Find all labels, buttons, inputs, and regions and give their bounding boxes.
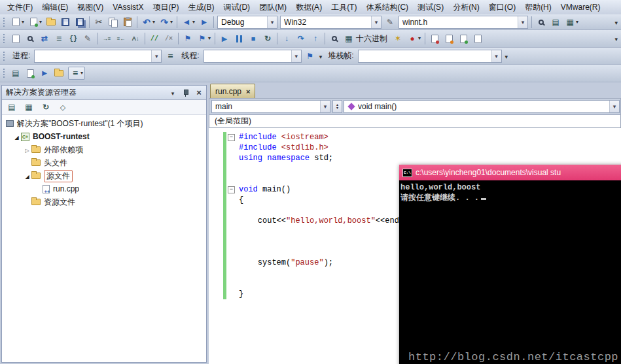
toolbar-grip[interactable] — [3, 68, 6, 78]
copy-button[interactable] — [107, 16, 120, 28]
outdent-button[interactable] — [115, 33, 128, 44]
search-combo[interactable]: winnt.h — [399, 16, 528, 29]
menu-item-10[interactable]: 体系结构(C) — [361, 0, 413, 15]
indent-button[interactable] — [100, 33, 113, 44]
toolbar-overflow-button[interactable] — [613, 33, 619, 44]
step-into-button[interactable] — [280, 33, 293, 44]
immediate-window-button[interactable] — [428, 33, 441, 44]
tree-item-project[interactable]: BOOST-runtest — [2, 130, 206, 143]
comment-button[interactable] — [148, 33, 161, 44]
menu-item-15[interactable]: VMware(R) — [556, 1, 605, 14]
va-refactor-button[interactable] — [67, 33, 80, 44]
show-all-files-button[interactable] — [22, 101, 35, 113]
new-project-button[interactable] — [9, 16, 26, 28]
va-list-methods-button[interactable] — [52, 33, 65, 44]
uncomment-button[interactable] — [162, 33, 175, 44]
close-panel-button[interactable] — [194, 88, 204, 97]
menu-item-1[interactable]: 编辑(E) — [37, 0, 73, 15]
members-dropdown[interactable]: void main() — [344, 100, 620, 113]
solution-configuration-combo[interactable]: Debug — [217, 16, 277, 29]
auto-hide-pin-button[interactable] — [181, 88, 190, 97]
menu-item-3[interactable]: VAssistX — [108, 1, 148, 14]
wand-button[interactable] — [391, 33, 404, 44]
menu-item-8[interactable]: 数据(A) — [291, 0, 327, 15]
cut-button[interactable] — [92, 16, 105, 28]
tree-item-external-deps[interactable]: 外部依赖项 — [2, 143, 206, 156]
view-class-diagram-button[interactable] — [56, 101, 69, 113]
va-outline-button[interactable] — [68, 67, 85, 80]
window-position-button[interactable] — [168, 88, 177, 97]
open-file-button[interactable] — [44, 16, 58, 28]
start-debugging-button[interactable] — [218, 33, 231, 44]
toggle-bookmark-button[interactable] — [181, 33, 194, 44]
menu-item-6[interactable]: 调试(D) — [219, 0, 255, 15]
console-titlebar[interactable]: c:\users\yincheng01\documents\visual stu — [399, 165, 621, 180]
expand-arrow-icon[interactable] — [23, 171, 31, 180]
types-dropdown[interactable]: main — [211, 100, 330, 113]
breakpoints-window-button[interactable] — [442, 33, 455, 44]
tree-item-run-cpp[interactable]: run.cpp — [2, 182, 206, 195]
thread-combo[interactable] — [204, 50, 302, 63]
output-window-button[interactable] — [457, 33, 470, 44]
sort-button[interactable] — [129, 33, 142, 44]
step-over-button[interactable] — [294, 33, 308, 44]
tree-item-source-folder[interactable]: 源文件 — [2, 169, 206, 182]
tree-item-solution[interactable]: 解决方案"BOOST-runtest"(1 个项目) — [2, 117, 206, 130]
find-button[interactable] — [535, 16, 548, 28]
paste-button[interactable] — [121, 16, 134, 28]
va-goto-button[interactable] — [38, 33, 51, 44]
process-combo[interactable] — [34, 50, 162, 63]
menu-item-2[interactable]: 视图(V) — [73, 0, 108, 15]
toolbar-grip[interactable] — [3, 33, 6, 44]
toolbar-overflow-button[interactable] — [613, 17, 619, 27]
toolbar-grip[interactable] — [3, 51, 6, 61]
next-bookmark-button[interactable] — [196, 33, 212, 44]
close-tab-icon[interactable] — [246, 87, 250, 96]
fold-collapse-icon[interactable] — [226, 184, 236, 195]
solution-platform-combo[interactable]: Win32 — [280, 16, 381, 29]
find-in-files-button[interactable] — [383, 16, 397, 28]
pending-changes-button[interactable] — [38, 67, 51, 79]
toolbar-overflow-button[interactable] — [504, 51, 510, 61]
undo-button[interactable] — [140, 16, 156, 28]
toolbar-grip[interactable] — [3, 17, 6, 27]
tree-item-header-folder[interactable]: 头文件 — [2, 156, 206, 169]
menu-item-7[interactable]: 团队(M) — [255, 0, 291, 15]
tree-item-resource-folder[interactable]: 资源文件 — [2, 195, 206, 208]
menu-item-11[interactable]: 测试(S) — [413, 0, 448, 15]
properties-button[interactable] — [563, 16, 580, 28]
menu-item-4[interactable]: 项目(P) — [148, 0, 183, 15]
collapse-arrow-icon[interactable] — [23, 145, 31, 154]
save-button[interactable] — [59, 16, 72, 28]
watch-window-button[interactable] — [471, 33, 484, 44]
fold-collapse-icon[interactable] — [226, 132, 236, 142]
menu-item-9[interactable]: 工具(T) — [327, 0, 361, 15]
thread-list-button[interactable] — [164, 50, 177, 62]
show-flagged-button[interactable] — [318, 51, 324, 61]
menu-item-0[interactable]: 文件(F) — [3, 0, 37, 15]
tab-run-cpp[interactable]: run.cpp — [210, 84, 255, 98]
save-all-button[interactable] — [73, 16, 86, 28]
solution-explorer-titlebar[interactable]: 解决方案资源管理器 — [2, 86, 206, 100]
menu-item-12[interactable]: 分析(N) — [448, 0, 484, 15]
team-explorer-button[interactable] — [24, 67, 37, 79]
add-item-button[interactable] — [27, 16, 43, 28]
solution-explorer-window-button[interactable] — [9, 67, 22, 79]
break-all-button[interactable] — [232, 33, 245, 44]
va-open-file-button[interactable] — [9, 33, 22, 44]
server-explorer-button[interactable] — [52, 67, 65, 79]
menu-item-5[interactable]: 生成(B) — [183, 0, 219, 15]
va-edit-button[interactable] — [81, 33, 94, 44]
solution-explorer-button[interactable] — [549, 16, 562, 28]
member-spinner[interactable] — [332, 100, 342, 113]
va-find-symbol-button[interactable] — [24, 33, 37, 44]
navigate-forward-button[interactable] — [198, 16, 211, 28]
stop-debugging-button[interactable] — [247, 33, 260, 44]
scope-bar[interactable]: (全局范围) — [209, 115, 621, 128]
find-next-button[interactable] — [328, 33, 341, 44]
navigate-backward-button[interactable] — [180, 16, 196, 28]
hex-display-button[interactable]: 十六进制 — [342, 33, 390, 45]
restart-button[interactable] — [261, 33, 274, 44]
record-button[interactable] — [406, 33, 422, 44]
redo-button[interactable] — [158, 16, 174, 28]
